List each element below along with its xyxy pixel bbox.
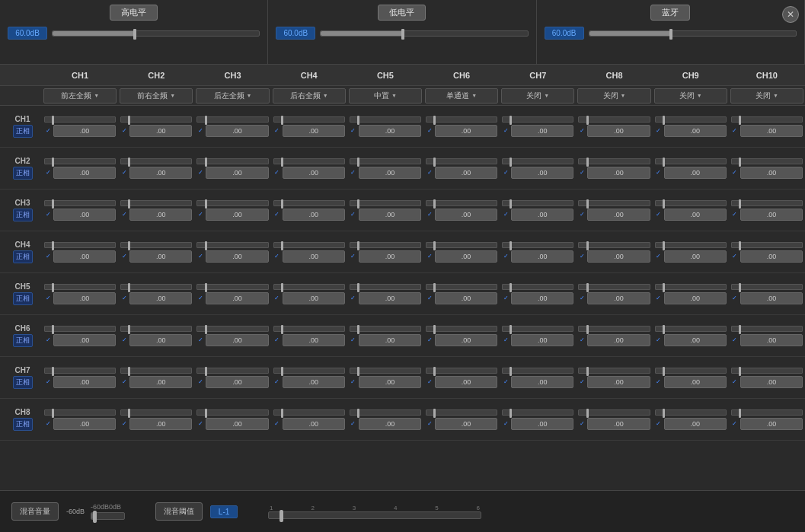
cell-value-3-8[interactable]: .00 — [587, 209, 650, 221]
cell-slider-7-7[interactable] — [502, 368, 573, 374]
cell-slider-8-3[interactable] — [196, 409, 268, 416]
low-level-slider[interactable] — [320, 30, 528, 37]
cell-slider-3-1[interactable] — [44, 200, 116, 206]
cell-slider-6-7[interactable] — [502, 326, 573, 332]
dropdown-ch5[interactable]: 中置 — [349, 88, 422, 104]
cell-slider-7-1[interactable] — [44, 368, 116, 374]
cell-slider-4-7[interactable] — [502, 242, 573, 248]
cell-slider-4-1[interactable] — [44, 242, 116, 248]
cell-slider-8-1[interactable] — [44, 409, 116, 416]
cell-slider-3-2[interactable] — [120, 200, 192, 206]
cell-slider-4-9[interactable] — [655, 242, 727, 248]
dropdown-ch2[interactable]: 前右全频 — [120, 88, 193, 104]
cell-value-2-3[interactable]: .00 — [206, 167, 268, 179]
cell-slider-6-1[interactable] — [44, 326, 116, 332]
cell-value-4-2[interactable]: .00 — [129, 250, 192, 263]
cell-value-6-7[interactable]: .00 — [511, 334, 573, 346]
cell-value-8-3[interactable]: .00 — [206, 418, 268, 430]
high-level-slider[interactable] — [52, 30, 260, 37]
cell-value-8-1[interactable]: .00 — [53, 418, 116, 430]
cell-value-2-8[interactable]: .00 — [587, 167, 650, 179]
dropdown-ch4[interactable]: 后右全频 — [273, 88, 346, 104]
cell-slider-1-3[interactable] — [196, 116, 268, 123]
cell-value-2-6[interactable]: .00 — [435, 167, 497, 179]
cell-slider-7-4[interactable] — [273, 368, 345, 374]
cell-slider-6-3[interactable] — [196, 326, 268, 332]
cell-value-4-5[interactable]: .00 — [359, 250, 421, 263]
cell-value-3-7[interactable]: .00 — [511, 209, 573, 221]
cell-value-4-3[interactable]: .00 — [206, 250, 268, 263]
cell-value-5-3[interactable]: .00 — [206, 292, 268, 304]
cell-slider-3-4[interactable] — [273, 200, 345, 206]
threshold-slider[interactable] — [268, 511, 481, 519]
cell-slider-6-5[interactable] — [350, 326, 421, 332]
cell-value-1-6[interactable]: .00 — [435, 125, 497, 137]
cell-slider-2-2[interactable] — [120, 158, 192, 164]
cell-value-2-7[interactable]: .00 — [511, 167, 573, 179]
cell-slider-4-5[interactable] — [350, 242, 421, 248]
cell-value-6-10[interactable]: .00 — [740, 334, 803, 346]
cell-value-4-8[interactable]: .00 — [587, 250, 650, 263]
cell-slider-5-5[interactable] — [350, 284, 421, 290]
cell-value-3-1[interactable]: .00 — [53, 209, 116, 221]
dropdown-ch10[interactable]: 关闭 — [730, 88, 803, 104]
cell-slider-1-6[interactable] — [426, 116, 497, 123]
cell-slider-5-2[interactable] — [120, 284, 192, 290]
cell-slider-8-8[interactable] — [578, 409, 650, 416]
dropdown-ch8[interactable]: 关闭 — [577, 88, 650, 104]
cell-value-3-2[interactable]: .00 — [129, 209, 192, 221]
row-phase-3[interactable]: 正相 — [13, 209, 33, 221]
cell-value-2-9[interactable]: .00 — [664, 167, 727, 179]
cell-slider-6-8[interactable] — [578, 326, 650, 332]
cell-slider-5-8[interactable] — [578, 284, 650, 290]
cell-value-3-4[interactable]: .00 — [283, 209, 345, 221]
cell-slider-5-6[interactable] — [426, 284, 497, 290]
cell-slider-2-9[interactable] — [655, 158, 727, 164]
cell-value-3-6[interactable]: .00 — [435, 209, 497, 221]
cell-value-6-3[interactable]: .00 — [206, 334, 268, 346]
cell-slider-1-4[interactable] — [273, 116, 345, 123]
mix-threshold-button[interactable]: 混音阈值 — [155, 502, 203, 521]
cell-slider-8-2[interactable] — [120, 409, 192, 416]
cell-value-1-3[interactable]: .00 — [206, 125, 268, 137]
cell-value-7-9[interactable]: .00 — [664, 376, 727, 388]
cell-slider-6-10[interactable] — [731, 326, 803, 332]
cell-slider-7-9[interactable] — [655, 368, 727, 374]
cell-slider-3-7[interactable] — [502, 200, 573, 206]
high-level-value[interactable]: 60.0dB — [8, 27, 47, 40]
mix-volume-button[interactable]: 混音音量 — [11, 502, 59, 521]
cell-value-1-10[interactable]: .00 — [740, 125, 803, 137]
cell-value-7-4[interactable]: .00 — [283, 376, 345, 388]
cell-value-2-5[interactable]: .00 — [359, 167, 421, 179]
cell-value-8-10[interactable]: .00 — [740, 418, 803, 430]
threshold-value[interactable]: L-1 — [210, 505, 238, 518]
cell-slider-4-8[interactable] — [578, 242, 650, 248]
cell-slider-6-6[interactable] — [426, 326, 497, 332]
cell-slider-4-6[interactable] — [426, 242, 497, 248]
cell-value-4-1[interactable]: .00 — [53, 250, 116, 263]
cell-value-1-4[interactable]: .00 — [283, 125, 345, 137]
cell-value-5-8[interactable]: .00 — [587, 292, 650, 304]
cell-slider-3-3[interactable] — [196, 200, 268, 206]
cell-slider-4-10[interactable] — [731, 242, 803, 248]
cell-slider-1-10[interactable] — [731, 116, 803, 123]
cell-value-3-5[interactable]: .00 — [359, 209, 421, 221]
cell-value-2-4[interactable]: .00 — [283, 167, 345, 179]
cell-slider-4-4[interactable] — [273, 242, 345, 248]
cell-value-8-6[interactable]: .00 — [435, 418, 497, 430]
cell-value-1-2[interactable]: .00 — [129, 125, 192, 137]
cell-value-7-7[interactable]: .00 — [511, 376, 573, 388]
cell-slider-8-10[interactable] — [731, 409, 803, 416]
cell-slider-8-7[interactable] — [502, 409, 573, 416]
dropdown-ch6[interactable]: 单通道 — [425, 88, 498, 104]
row-phase-7[interactable]: 正相 — [13, 376, 33, 389]
cell-value-8-7[interactable]: .00 — [511, 418, 573, 430]
cell-value-2-1[interactable]: .00 — [53, 167, 116, 179]
cell-slider-5-9[interactable] — [655, 284, 727, 290]
cell-slider-4-2[interactable] — [120, 242, 192, 248]
cell-value-1-8[interactable]: .00 — [587, 125, 650, 137]
cell-slider-6-9[interactable] — [655, 326, 727, 332]
cell-slider-3-6[interactable] — [426, 200, 497, 206]
cell-slider-2-4[interactable] — [273, 158, 345, 164]
cell-value-5-7[interactable]: .00 — [511, 292, 573, 304]
